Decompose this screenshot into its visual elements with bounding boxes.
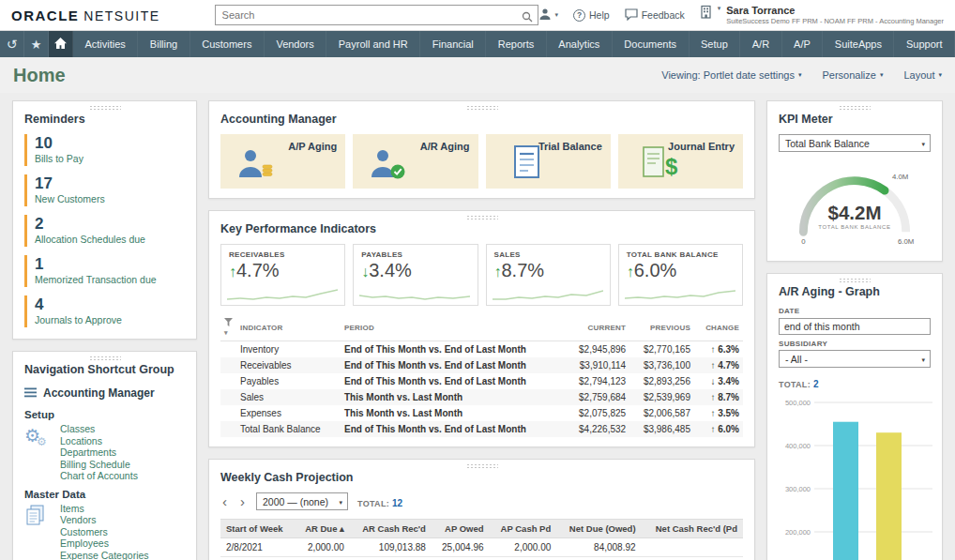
filter-funnel-icon[interactable]: ▾ [220,315,236,341]
nav-item-vendors[interactable]: Vendors [265,31,326,57]
shortcut-link-locations[interactable]: Locations [60,435,138,447]
subsidiary-select[interactable]: - All - ▾ [779,350,931,368]
cell-net-cash-recd [642,538,743,557]
nav-item-analytics[interactable]: Analytics [547,31,613,57]
gauge-value: $4.2M [828,202,882,223]
col-ar-due[interactable]: AR Due ▴ [295,520,350,538]
shortcut-link-departments[interactable]: Departments [60,446,138,459]
portlet-title: Key Performance Indicators [220,222,743,235]
user-menu[interactable]: ▾ Sara Torrance SuiteSuccess Demo FF PRM… [700,5,944,25]
range-select[interactable]: 2000 — (none) ▾ [256,492,348,510]
nav-item-financial[interactable]: Financial [420,31,486,57]
tile-trial-balance[interactable]: Trial Balance [486,134,611,189]
kpi-card-payables[interactable]: PAYABLES ↓3.4% [353,244,478,306]
search-icon[interactable] [522,9,533,26]
caret-down-icon: ▾ [921,141,925,148]
caret-down-icon: ▾ [555,11,559,19]
previous-cell: $3,986,485 [629,421,694,437]
nav-item-support[interactable]: Support [894,31,955,57]
nav-item-documents[interactable]: Documents [613,31,690,57]
nav-item-setup[interactable]: Setup [690,31,741,57]
portlet-drag-handle[interactable] [839,105,871,111]
portlet-drag-handle[interactable] [89,105,121,111]
reminder-label: New Customers [35,193,185,204]
search-input[interactable] [215,5,538,25]
kpi-meter-select[interactable]: Total Bank Balance ▾ [779,134,931,152]
shortcut-link-vendors[interactable]: Vendors [60,514,149,526]
portlet-date-settings-menu[interactable]: Viewing: Portlet date settings ▾ [661,69,801,81]
shortcut-link-chart-of-accounts[interactable]: Chart of Accounts [60,470,138,482]
period-link[interactable]: End of This Month vs. End of Last Month [341,373,565,389]
reminder-journals-to-approve[interactable]: 4 Journals to Approve [24,295,185,327]
shortcut-link-items[interactable]: Items [60,503,149,515]
kpi-card-receivables[interactable]: RECEIVABLES ↑4.7% [220,244,345,306]
nav-item-payroll-hr[interactable]: Payroll and HR [326,31,420,57]
portlet-drag-handle[interactable] [466,463,498,469]
shortcut-link-expense-categories[interactable]: Expense Categories [60,550,149,560]
previous-cell: $2,770,165 [629,341,694,358]
col-change[interactable]: CHANGE [694,315,743,341]
period-link[interactable]: End of This Month vs. End of Last Month [341,341,565,358]
col-period[interactable]: PERIOD [341,315,565,341]
shortcut-link-billing-schedule[interactable]: Billing Schedule [60,459,138,471]
shortcut-link-employees[interactable]: Employees [60,537,149,550]
trend-up-icon: ↑ [710,360,715,371]
kpi-card-value: 6.0% [634,260,677,280]
col-current[interactable]: CURRENT [565,315,629,341]
help-button[interactable]: ? Help [573,9,610,22]
period-link[interactable]: This Month vs. Last Month [341,405,565,421]
period-link[interactable]: End of This Month vs. End of Last Month [341,421,565,437]
personalize-menu[interactable]: Personalize ▾ [822,69,883,81]
feedback-button[interactable]: Feedback [625,8,685,23]
nav-item-customers[interactable]: Customers [190,31,265,57]
cell-ap-cash-pd: 2,000.00 [490,538,557,557]
reminder-memorized-transaction[interactable]: 1 Memorized Transaction due [24,255,185,287]
tile-ar-aging[interactable]: A/R Aging [353,134,478,189]
next-page-icon[interactable]: › [238,495,247,508]
col-ar-cash-recd[interactable]: AR Cash Rec'd [350,520,432,538]
indicator-cell: Payables [236,373,341,389]
roles-menu[interactable]: ▾ [538,8,559,23]
shortcut-link-customers[interactable]: Customers [60,526,149,538]
shortcut-group-label: Accounting Manager [43,386,155,400]
period-link[interactable]: This Month vs. Last Month [341,389,565,405]
col-ap-owed[interactable]: AP Owed [432,520,490,538]
portlet-drag-handle[interactable] [466,215,498,220]
shortcut-link-classes[interactable]: Classes [60,423,138,435]
reminder-new-customers[interactable]: 17 New Customers [24,174,185,206]
nav-item-ap[interactable]: A/P [782,31,824,57]
layout-menu[interactable]: Layout ▾ [903,69,942,81]
tile-journal-entry[interactable]: Journal Entry $ [618,134,743,189]
reminder-bills-to-pay[interactable]: 10 Bills to Pay [24,134,185,166]
bar-aging-bucket-1[interactable] [833,422,858,560]
col-net-cash-recd[interactable]: Net Cash Rec'd (Pd [642,520,743,538]
nav-item-suiteapps[interactable]: SuiteApps [823,31,894,57]
nav-item-activities[interactable]: Activities [73,31,138,57]
portlet-drag-handle[interactable] [839,278,871,283]
col-net-due[interactable]: Net Due (Owed) [556,520,641,538]
portlet-drag-handle[interactable] [89,356,121,361]
portlet-drag-handle[interactable] [466,105,498,111]
kpi-card-sales[interactable]: SALES ↑8.7% [486,244,611,306]
col-ap-cash-pd[interactable]: AP Cash Pd [490,520,557,538]
nav-item-reports[interactable]: Reports [486,31,547,57]
weekly-cash-table: Start of Week AR Due ▴ AR Cash Rec'd AP … [220,519,743,557]
nav-item-billing[interactable]: Billing [138,31,189,57]
shortcut-group-accounting-manager[interactable]: Accounting Manager [24,385,185,401]
trend-up-icon: ↑ [494,264,502,280]
home-tab[interactable] [49,31,73,57]
recent-records-icon[interactable]: ↺ [0,31,24,57]
col-start-of-week[interactable]: Start of Week [220,520,295,538]
date-input[interactable] [779,318,931,335]
period-link[interactable]: End of This Month vs. End of Last Month [341,357,565,373]
bar-aging-bucket-2[interactable] [876,432,902,560]
shortcuts-star-icon[interactable]: ★ [24,31,49,57]
reminder-allocation-schedules[interactable]: 2 Allocation Schedules due [24,215,185,247]
col-indicator[interactable]: INDICATOR [236,315,341,341]
col-previous[interactable]: PREVIOUS [629,315,694,341]
nav-item-ar[interactable]: A/R [740,31,781,57]
navigation-shortcut-portlet: Navigation Shortcut Group Accounting Man… [12,351,197,560]
prev-page-icon[interactable]: ‹ [220,495,229,508]
kpi-card-total-bank-balance[interactable]: TOTAL BANK BALANCE ↑6.0% [618,244,743,306]
tile-ap-aging[interactable]: A/P Aging [220,134,345,189]
